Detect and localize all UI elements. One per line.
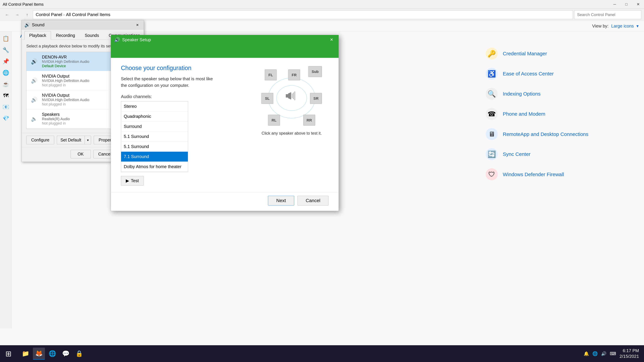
taskbar-keyboard-icon[interactable]: ⌨ <box>610 351 616 356</box>
svg-point-0 <box>268 78 315 118</box>
ss-channels-label: Audio channels: <box>121 94 248 99</box>
view-option-arrow[interactable]: ▾ <box>636 23 639 29</box>
taskbar-right: 🔔 🌐 🔊 ⌨ 6:17 PM 2/15/2021 <box>584 348 644 359</box>
minimize-button[interactable]: ─ <box>609 0 620 9</box>
forward-button[interactable]: → <box>13 10 22 19</box>
test-label: Test <box>131 178 139 183</box>
taskbar-notification-icon[interactable]: 🔔 <box>584 351 589 356</box>
sidebar-item-4[interactable]: 🌐 <box>0 67 11 78</box>
title-bar-controls: ─ □ ✕ <box>609 0 644 9</box>
ss-channel-list[interactable]: Stereo Quadraphonic Surround 5.1 Surroun… <box>121 101 188 172</box>
breadcrumb[interactable]: Control Panel › All Control Panel Items <box>33 10 573 19</box>
taskbar-icon-edge[interactable]: 🌐 <box>46 348 58 360</box>
view-by-label: View by: <box>592 23 608 29</box>
indexing-label: Indexing Options <box>503 91 540 97</box>
ss-test-hint: Click any speaker above to test it. <box>262 131 322 136</box>
svg-text:Sub: Sub <box>312 69 319 74</box>
ease-icon: ♿ <box>486 68 498 80</box>
breadcrumb-cp[interactable]: Control Panel <box>36 12 62 17</box>
rp-item-phone[interactable]: ☎ Phone and Modem <box>483 104 634 124</box>
channel-atmos[interactable]: Dolby Atmos for home theater <box>121 162 188 172</box>
rp-item-remoteapp[interactable]: 🖥 RemoteApp and Desktop Connections <box>483 124 634 144</box>
title-bar-text: All Control Panel Items <box>0 2 609 7</box>
view-option[interactable]: Large icons <box>611 23 634 29</box>
ss-title-bar: 🔊 Speaker Setup ✕ <box>111 35 338 44</box>
ss-green-header <box>111 44 338 58</box>
ss-heading: Choose your configuration <box>121 64 248 71</box>
channel-51b[interactable]: 5.1 Surround <box>121 142 188 152</box>
sidebar-item-2[interactable]: 🔧 <box>0 44 11 55</box>
taskbar-wifi-icon[interactable]: 🌐 <box>592 351 598 356</box>
rp-item-ease[interactable]: ♿ Ease of Access Center <box>483 64 634 84</box>
start-button[interactable]: ⊞ <box>0 345 17 362</box>
speakers-icon: 🔈 <box>30 114 38 123</box>
sync-label: Sync Center <box>503 151 530 157</box>
nvidia2-icon: 🔊 <box>30 95 38 104</box>
channel-quad[interactable]: Quadraphonic <box>121 111 188 121</box>
test-button[interactable]: ▶ Test <box>121 176 144 186</box>
credential-label: Credential Manager <box>503 51 547 56</box>
credential-icon: 🔑 <box>486 48 498 60</box>
breadcrumb-items[interactable]: All Control Panel Items <box>66 12 110 17</box>
sidebar-item-6[interactable]: 🗺 <box>0 90 11 101</box>
tab-playback[interactable]: Playback <box>24 31 51 40</box>
nvidia1-icon: 🔊 <box>30 76 38 85</box>
taskbar-icon-files[interactable]: 📁 <box>20 348 32 360</box>
sound-title-text: Sound <box>32 22 134 27</box>
svg-text:RR: RR <box>306 118 312 122</box>
search-input[interactable] <box>574 10 641 19</box>
sync-icon: 🔄 <box>486 148 498 160</box>
ok-button[interactable]: OK <box>70 150 91 158</box>
channel-surround[interactable]: Surround <box>121 121 188 132</box>
channel-stereo[interactable]: Stereo <box>121 101 188 111</box>
play-icon: ▶ <box>126 178 129 183</box>
taskbar-clock[interactable]: 6:17 PM 2/15/2021 <box>620 348 639 359</box>
rp-item-defender[interactable]: 🛡 Windows Defender Firewall <box>483 164 634 184</box>
taskbar-icon-security[interactable]: 🔒 <box>73 348 85 360</box>
set-default-group: Set Default ▾ <box>57 136 91 144</box>
configure-button[interactable]: Configure <box>26 136 54 144</box>
sidebar-item-8[interactable]: 💎 <box>0 113 11 124</box>
taskbar-icon-browser[interactable]: 🦊 <box>33 348 45 360</box>
ss-left-panel: Choose your configuration Select the spe… <box>121 64 248 186</box>
rp-item-indexing[interactable]: 🔍 Indexing Options <box>483 84 634 104</box>
ss-right-panel: Sub FL FR SL <box>255 64 328 186</box>
tab-recording[interactable]: Recording <box>51 31 80 40</box>
ss-cancel-button[interactable]: Cancel <box>298 196 328 205</box>
maximize-button[interactable]: □ <box>620 0 632 9</box>
next-button[interactable]: Next <box>268 196 294 205</box>
set-default-arrow[interactable]: ▾ <box>84 136 91 144</box>
svg-rect-9 <box>286 94 288 97</box>
svg-text:SL: SL <box>265 96 270 100</box>
sidebar-item-1[interactable]: 📋 <box>0 33 11 44</box>
set-default-button[interactable]: Set Default <box>57 136 84 144</box>
nav-bar: ← → ↑ Control Panel › All Control Panel … <box>0 9 644 21</box>
svg-text:FR: FR <box>292 73 296 77</box>
right-panel: 🔑 Credential Manager ♿ Ease of Access Ce… <box>483 43 634 184</box>
sidebar: 📋 🔧 📌 🌐 ☕ 🗺 📧 💎 <box>0 31 12 329</box>
up-button[interactable]: ↑ <box>23 10 32 19</box>
ss-body: Choose your configuration Select the spe… <box>111 58 338 192</box>
ss-close-button[interactable]: ✕ <box>328 36 335 43</box>
ease-label: Ease of Access Center <box>503 71 554 77</box>
speaker-diagram: Sub FL FR SL <box>260 64 324 128</box>
defender-icon: 🛡 <box>486 168 498 180</box>
channel-71[interactable]: 7.1 Surround <box>121 152 188 162</box>
svg-marker-10 <box>288 92 291 99</box>
channel-51a[interactable]: 5.1 Surround <box>121 132 188 142</box>
rp-item-credential[interactable]: 🔑 Credential Manager <box>483 43 634 64</box>
tab-sounds[interactable]: Sounds <box>80 31 104 40</box>
taskbar-date: 2/15/2021 <box>620 354 639 359</box>
taskbar: ⊞ 📁 🦊 🌐 💬 🔒 🔔 🌐 🔊 ⌨ 6:17 PM 2/15/2021 <box>0 345 644 362</box>
back-button[interactable]: ← <box>3 10 12 19</box>
indexing-icon: 🔍 <box>486 88 498 100</box>
rp-item-sync[interactable]: 🔄 Sync Center <box>483 144 634 164</box>
taskbar-icon-store[interactable]: 💬 <box>60 348 72 360</box>
sidebar-item-3[interactable]: 📌 <box>0 56 11 67</box>
breadcrumb-sep: › <box>64 13 65 16</box>
taskbar-volume-icon[interactable]: 🔊 <box>601 351 606 356</box>
sound-close-button[interactable]: ✕ <box>134 21 141 29</box>
sidebar-item-7[interactable]: 📧 <box>0 102 11 112</box>
sidebar-item-5[interactable]: ☕ <box>0 79 11 89</box>
close-button[interactable]: ✕ <box>632 0 644 9</box>
